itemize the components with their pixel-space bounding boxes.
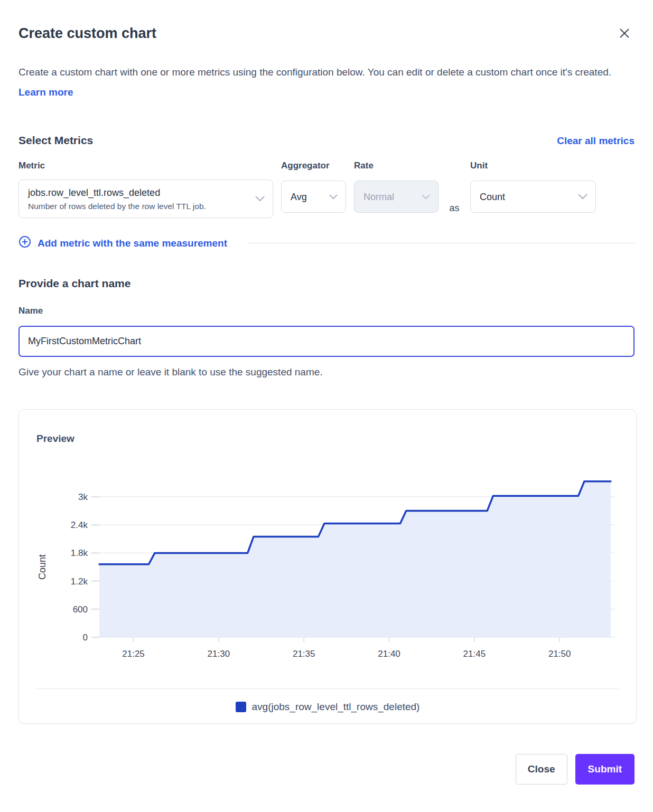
svg-text:21:30: 21:30 bbox=[208, 649, 230, 659]
close-button[interactable]: Close bbox=[516, 754, 567, 785]
svg-text:Count: Count bbox=[37, 554, 48, 580]
metric-select-description: Number of rows deleted by the row level … bbox=[28, 201, 251, 212]
svg-text:21:45: 21:45 bbox=[463, 649, 486, 659]
aggregator-select[interactable]: Avg bbox=[281, 181, 346, 213]
svg-text:1.8k: 1.8k bbox=[71, 548, 88, 558]
svg-text:0: 0 bbox=[83, 632, 88, 643]
svg-text:21:35: 21:35 bbox=[293, 649, 315, 659]
rate-select: Normal bbox=[354, 181, 439, 213]
close-icon[interactable] bbox=[619, 27, 630, 39]
unit-label: Unit bbox=[470, 160, 596, 180]
preview-card: Preview 06001.2k1.8k2.4k3k21:2521:3021:3… bbox=[18, 409, 637, 724]
metric-select[interactable]: jobs.row_level_ttl.rows_deleted Number o… bbox=[18, 180, 273, 218]
divider bbox=[248, 243, 635, 243]
name-field-label: Name bbox=[18, 306, 635, 316]
select-metrics-heading: Select Metrics bbox=[18, 134, 93, 147]
aggregator-select-value: Avg bbox=[291, 191, 324, 203]
chevron-down-icon bbox=[255, 194, 265, 204]
unit-select[interactable]: Count bbox=[470, 181, 596, 213]
learn-more-link[interactable]: Learn more bbox=[18, 87, 73, 98]
chart-name-heading: Provide a chart name bbox=[18, 277, 635, 290]
chevron-down-icon bbox=[577, 192, 588, 202]
aggregator-label: Aggregator bbox=[281, 160, 346, 180]
create-custom-chart-modal: Create custom chart Create a custom char… bbox=[0, 0, 653, 804]
svg-text:600: 600 bbox=[73, 605, 88, 615]
as-label: as bbox=[439, 203, 470, 218]
modal-description: Create a custom chart with one or more m… bbox=[18, 62, 621, 102]
add-metric-button[interactable]: Add metric with the same measurement bbox=[18, 235, 227, 251]
select-metrics-header-row: Select Metrics Clear all metrics bbox=[18, 134, 635, 147]
rate-label: Rate bbox=[354, 160, 439, 180]
divider bbox=[36, 688, 619, 689]
chevron-down-icon bbox=[329, 192, 338, 202]
metric-select-value: jobs.row_level_ttl.rows_deleted bbox=[28, 186, 251, 199]
submit-button[interactable]: Submit bbox=[575, 754, 635, 785]
modal-footer: Close Submit bbox=[18, 754, 635, 785]
svg-text:21:50: 21:50 bbox=[548, 649, 571, 659]
chart-legend: avg(jobs_row_level_ttl_rows_deleted) bbox=[19, 701, 636, 713]
rate-select-value: Normal bbox=[363, 191, 417, 203]
name-helper-text: Give your chart a name or leave it blank… bbox=[18, 366, 635, 378]
metric-label: Metric bbox=[18, 160, 273, 180]
svg-text:3k: 3k bbox=[78, 492, 88, 502]
legend-label: avg(jobs_row_level_ttl_rows_deleted) bbox=[252, 701, 420, 713]
clear-all-metrics-link[interactable]: Clear all metrics bbox=[557, 135, 635, 147]
preview-chart: 06001.2k1.8k2.4k3k21:2521:3021:3521:4021… bbox=[19, 410, 637, 668]
unit-select-value: Count bbox=[480, 191, 574, 203]
chart-name-input[interactable] bbox=[18, 326, 635, 357]
svg-text:21:25: 21:25 bbox=[122, 649, 145, 659]
svg-text:2.4k: 2.4k bbox=[71, 520, 88, 530]
add-metric-label: Add metric with the same measurement bbox=[38, 238, 227, 249]
description-text: Create a custom chart with one or more m… bbox=[18, 67, 611, 78]
metric-config-row: Metric Aggregator Rate Unit jobs.row_lev… bbox=[18, 160, 635, 218]
page-title: Create custom chart bbox=[18, 24, 156, 42]
modal-header: Create custom chart bbox=[18, 24, 635, 42]
plus-circle-icon bbox=[18, 235, 31, 251]
add-metric-row: Add metric with the same measurement bbox=[18, 235, 635, 251]
svg-text:1.2k: 1.2k bbox=[71, 577, 88, 587]
chevron-down-icon bbox=[421, 192, 431, 202]
svg-text:21:40: 21:40 bbox=[378, 649, 400, 659]
legend-swatch bbox=[236, 702, 246, 712]
